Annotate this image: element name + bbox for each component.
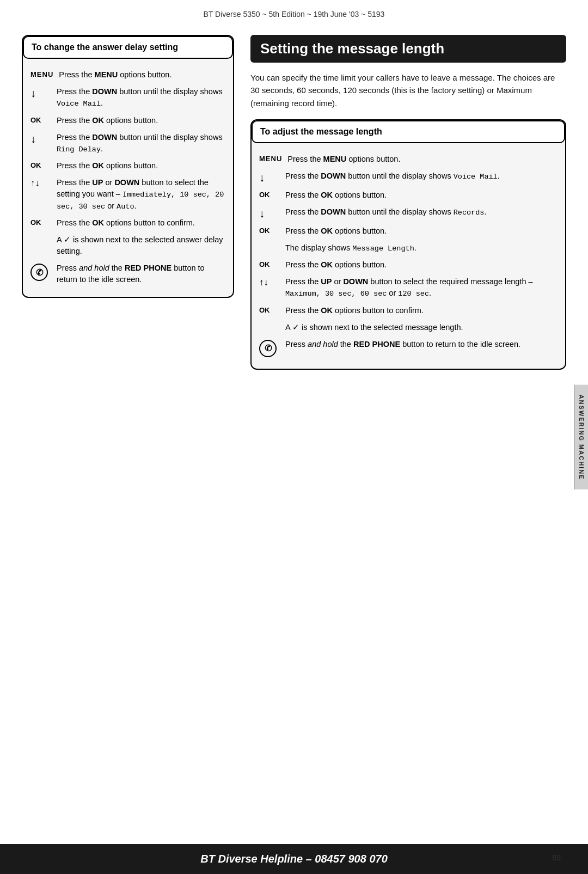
step-text: Press the OK options button.	[57, 115, 225, 126]
step-text: Press the MENU options button.	[287, 154, 558, 165]
phone-icon: ✆	[259, 340, 277, 357]
step-text: Press the DOWN button until the display …	[285, 206, 558, 218]
step-label: OK	[259, 190, 280, 199]
step-row: ✆Press and hold the RED PHONE button to …	[252, 336, 565, 360]
step-row: ↑↓Press the UP or DOWN button to select …	[23, 174, 233, 215]
step-text: Press the OK options button.	[285, 259, 558, 271]
step-label: OK	[259, 259, 280, 268]
step-row: ✆Press and hold the RED PHONE button to …	[23, 260, 233, 288]
left-column: To change the answer delay setting MENUP…	[22, 35, 234, 298]
answer-delay-title: To change the answer delay setting	[23, 36, 233, 59]
step-text: Press the UP or DOWN button to select th…	[285, 276, 558, 300]
step-row: A ✓ is shown next to the selected messag…	[252, 319, 565, 336]
step-row: A ✓ is shown next to the selected answer…	[23, 231, 233, 260]
page-number: 59	[552, 853, 561, 862]
page-footer: BT Diverse Helpline – 08457 908 070	[0, 844, 588, 874]
step-text: Press the DOWN button until the display …	[57, 132, 225, 155]
step-text: Press the OK options button to confirm.	[285, 305, 558, 316]
step-row: The display shows Message Length.	[252, 240, 565, 257]
adjust-box-title: To adjust the message length	[252, 120, 565, 143]
adjust-box: To adjust the message length MENUPress t…	[250, 119, 566, 370]
step-text: Press the OK options button.	[57, 160, 225, 172]
step-label: MENU	[259, 154, 282, 163]
step-label: OK	[30, 160, 51, 169]
step-label: ↓	[30, 132, 51, 145]
step-label	[30, 234, 51, 235]
step-label: ↓	[259, 206, 280, 220]
step-label: OK	[259, 225, 280, 235]
step-text: Press the OK options button.	[285, 225, 558, 237]
step-text: Press the OK options button.	[285, 190, 558, 201]
step-text: Press the DOWN button until the display …	[57, 86, 225, 109]
step-text: Press and hold the RED PHONE button to r…	[285, 339, 558, 350]
step-text: Press the MENU options button.	[59, 69, 225, 81]
step-row: MENUPress the MENU options button.	[252, 151, 565, 168]
step-row: OKPress the OK options button.	[23, 112, 233, 129]
step-label: OK	[30, 217, 51, 227]
step-row: OKPress the OK options button.	[252, 223, 565, 240]
step-label	[259, 242, 280, 243]
step-row: ↓Press the DOWN button until the display…	[252, 204, 565, 223]
step-text: Press the OK options button to confirm.	[57, 217, 225, 229]
section-title: Setting the message length	[250, 35, 566, 63]
step-label	[259, 322, 280, 323]
step-label: ↓	[30, 86, 51, 100]
page-header: BT Diverse 5350 ~ 5th Edition ~ 19th Jun…	[0, 0, 588, 24]
step-text: A ✓ is shown next to the selected answer…	[57, 234, 225, 257]
step-label: ✆	[30, 262, 51, 281]
step-row: MENUPress the MENU options button.	[23, 66, 233, 83]
step-row: OKPress the OK options button.	[252, 187, 565, 204]
step-row: ↓Press the DOWN button until the display…	[23, 83, 233, 112]
step-text: The display shows Message Length.	[285, 242, 558, 254]
step-label: ↓	[259, 170, 280, 184]
step-text: Press the DOWN button until the display …	[285, 170, 558, 182]
step-label: ↑↓	[30, 177, 51, 189]
step-row: ↓Press the DOWN button until the display…	[23, 129, 233, 158]
step-row: ↑↓Press the UP or DOWN button to select …	[252, 273, 565, 302]
right-column: Setting the message length You can speci…	[250, 35, 566, 370]
answer-delay-box: To change the answer delay setting MENUP…	[22, 35, 234, 298]
step-label: ✆	[259, 339, 280, 357]
step-text: Press and hold the RED PHONE button to r…	[57, 262, 225, 285]
step-label: ↑↓	[259, 276, 280, 288]
step-row: OKPress the OK options button to confirm…	[23, 215, 233, 231]
step-label: OK	[30, 115, 51, 124]
step-text: A ✓ is shown next to the selected messag…	[285, 322, 558, 333]
step-row: OKPress the OK options button.	[252, 256, 565, 273]
step-label: OK	[259, 305, 280, 314]
step-label: MENU	[30, 69, 53, 78]
step-text: Press the UP or DOWN button to select th…	[57, 177, 225, 212]
phone-icon: ✆	[30, 264, 48, 281]
step-row: ↓Press the DOWN button until the display…	[252, 168, 565, 187]
step-row: OKPress the OK options button.	[23, 157, 233, 174]
section-description: You can specify the time limit your call…	[250, 71, 566, 109]
step-row: OKPress the OK options button to confirm…	[252, 302, 565, 319]
answering-machine-tab: ANSWERING MACHINE	[574, 384, 588, 490]
